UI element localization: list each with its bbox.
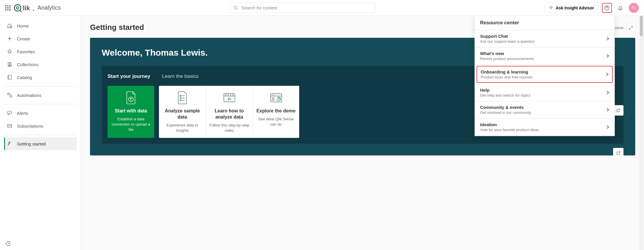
product-name: Analytics [37,4,61,11]
card-subtitle: Establish a data connection or upload a … [110,117,151,133]
svg-rect-6 [5,9,6,11]
sparkle-icon [549,6,553,10]
svg-rect-35 [180,95,181,96]
dashboard-icon [256,90,296,105]
card-title: Learn how to analyze data [209,108,250,120]
app-launcher-icon[interactable] [5,5,11,11]
external-link-icon [616,108,620,112]
svg-text:lik: lik [23,4,30,12]
sidebar-divider [4,104,77,104]
sidebar-item-create[interactable]: Create [4,32,77,45]
svg-rect-37 [180,97,181,99]
chevron-right-icon [606,54,609,58]
svg-point-16 [552,6,553,6]
main-content: Welcome Getting started Welcome, Thomas … [81,16,644,250]
svg-point-50 [273,95,273,95]
panel-item-title: Help [480,88,531,93]
svg-point-51 [274,95,275,95]
help-icon [604,5,610,11]
star-icon [7,49,12,54]
card-subtitle: Follow this step-by-step video [209,123,250,133]
sidebar-divider [4,86,77,86]
panel-item-title: Ideation [480,122,539,127]
rocket-icon [7,141,12,146]
external-link-icon [616,151,620,155]
card-learn-analyze[interactable]: Learn how to analyze data Follow this st… [206,86,252,138]
search-input[interactable] [241,5,372,11]
card-explore-demo[interactable]: Explore the demo See what Qlik Sense can… [252,86,299,138]
avatar-initials: TL [631,6,636,10]
card-start-with-data[interactable]: Start with data Establish a data connect… [108,86,154,138]
sidebar-item-subscriptions[interactable]: Subscriptions [4,119,77,132]
automation-icon [7,93,12,98]
svg-rect-8 [9,9,11,11]
card-subtitle: Experience data to insights [162,123,203,133]
ask-insight-advisor-button[interactable]: Ask Insight Advisor [544,3,598,13]
hero-tab-learn-basics[interactable]: Learn the basics [162,73,198,79]
svg-line-46 [233,94,233,96]
hero-tab-label: Learn the basics [162,73,198,79]
panel-item-subtitle: Product tours and free courses [481,75,533,79]
help-button[interactable] [602,3,612,13]
sidebar-item-label: Automations [17,93,41,98]
svg-point-18 [607,9,607,9]
brand-logo[interactable]: lik Analytics [14,4,61,12]
chevron-right-icon [606,90,609,95]
ask-insight-label: Ask Insight Advisor [556,6,594,10]
video-icon [209,90,250,105]
bell-icon [618,5,623,11]
svg-point-13 [33,10,34,11]
sidebar-item-label: Collections [17,62,38,67]
panel-item-onboarding-learning[interactable]: Onboarding & learning Product tours and … [477,66,613,83]
topbar: lik Analytics Ask Insight Advisor TL [0,0,644,16]
card-analyze-sample[interactable]: Analyze sample data Experience data to i… [159,86,206,138]
svg-point-14 [234,6,237,9]
sidebar-item-getting-started[interactable]: Getting started [4,137,77,150]
expand-button[interactable] [626,23,635,32]
sidebar-item-automations[interactable]: Automations [4,89,77,102]
sidebar: Home Create Favorites Collections Catalo… [0,16,81,250]
svg-rect-39 [180,100,181,101]
svg-line-45 [230,94,231,96]
panel-item-community-events[interactable]: Community & events Get involved in our c… [475,101,614,119]
svg-rect-25 [10,96,12,97]
panel-item-title: Community & events [480,105,531,110]
scrollbar-thumb[interactable] [640,16,643,36]
catalog-icon [7,75,12,80]
external-link-button[interactable] [613,148,624,155]
card-subtitle: See what Qlik Sense can do [256,117,296,127]
notifications-button[interactable] [615,3,625,13]
resource-center-panel: Resource center Support Chat Ask our sup… [475,16,615,136]
panel-item-subtitle: Get help and search for topics [480,93,531,97]
panel-item-ideation[interactable]: Ideation Vote for your favorite product … [475,119,614,136]
sidebar-collapse-button[interactable] [5,241,11,246]
svg-rect-2 [9,5,11,6]
svg-rect-3 [5,7,6,8]
svg-rect-4 [7,7,8,8]
mail-icon [7,123,12,129]
svg-rect-7 [7,9,8,11]
sidebar-item-collections[interactable]: Collections [4,58,77,71]
panel-item-whats-new[interactable]: What's new Recent product announcements [475,47,614,65]
panel-item-subtitle: Recent product announcements [480,56,534,61]
svg-line-11 [20,10,22,12]
file-upload-icon [110,90,151,105]
panel-item-support-chat[interactable]: Support Chat Ask our support team a ques… [475,30,614,47]
sidebar-item-catalog[interactable]: Catalog [4,71,77,84]
vertical-scrollbar[interactable] [639,16,643,250]
chevron-right-icon [606,125,609,129]
sidebar-item-alerts[interactable]: Alerts [4,107,77,119]
plus-icon [7,36,12,41]
sidebar-item-home[interactable]: Home [4,19,77,32]
sidebar-item-label: Catalog [17,75,32,80]
sidebar-item-label: Favorites [17,49,35,54]
search-box[interactable] [230,3,376,13]
chevron-right-icon [606,108,609,112]
card-title: Analyze sample data [162,108,203,120]
sidebar-item-favorites[interactable]: Favorites [4,45,77,58]
hero-tab-start-journey[interactable]: Start your journey [108,73,150,79]
sidebar-item-label: Home [17,23,29,28]
user-avatar[interactable]: TL [629,3,639,13]
panel-item-help[interactable]: Help Get help and search for topics [475,84,614,101]
panel-item-title: Onboarding & learning [481,69,533,74]
